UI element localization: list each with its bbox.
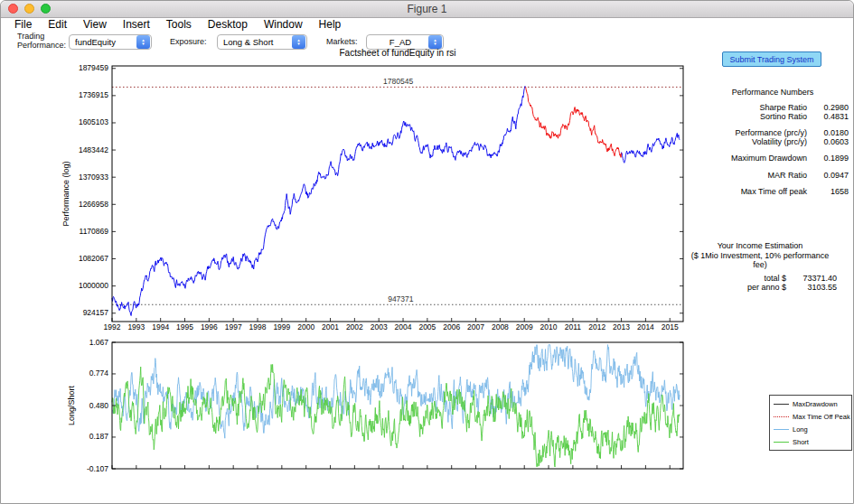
svg-text:947371: 947371	[388, 294, 414, 303]
legend-item-maxdrawdown: MaxDrawdown	[770, 397, 851, 410]
menu-help[interactable]: Help	[311, 18, 350, 31]
svg-text:1879459: 1879459	[79, 63, 108, 72]
svg-text:2000: 2000	[297, 322, 314, 331]
exposure-label: Exposure:	[170, 37, 207, 46]
svg-text:1.067: 1.067	[89, 338, 109, 347]
menu-view[interactable]: View	[75, 18, 115, 31]
svg-text:Long/Short: Long/Short	[67, 385, 76, 425]
performance-rows: Sharpe Ratio0.2980Sortino Ratio0.4831Per…	[697, 104, 849, 197]
income-subheading: ($ 1Mio Investment, 10% performance fee)	[683, 251, 837, 270]
svg-text:2003: 2003	[371, 322, 388, 331]
svg-text:-0.107: -0.107	[87, 464, 108, 473]
menu-tools[interactable]: Tools	[158, 18, 200, 31]
legend-line-sample-icon	[774, 416, 789, 417]
svg-text:1736915: 1736915	[79, 90, 108, 99]
svg-text:2001: 2001	[322, 322, 339, 331]
menu-insert[interactable]: Insert	[115, 18, 158, 31]
svg-text:2005: 2005	[418, 322, 436, 331]
income-heading: Your Income Estimation	[683, 241, 837, 251]
svg-text:0.187: 0.187	[89, 432, 109, 441]
titlebar[interactable]: Figure 1	[1, 1, 853, 18]
income-row: per anno $3103.55	[683, 283, 837, 292]
menubar: FileEditViewInsertToolsDesktopWindowHelp	[1, 18, 853, 31]
legend-item-long: Long	[770, 423, 851, 435]
window-controls	[8, 4, 51, 14]
svg-text:1996: 1996	[201, 322, 218, 331]
performance-chart: 1780545947371924157100000010820671170869…	[51, 55, 701, 337]
svg-text:1995: 1995	[176, 322, 193, 331]
submit-trading-system-button[interactable]: Submit Trading System	[722, 51, 821, 67]
trading-performance-label: Trading Performance:	[17, 32, 66, 50]
close-button[interactable]	[8, 4, 18, 14]
svg-text:2012: 2012	[588, 322, 605, 331]
minimize-button[interactable]	[24, 4, 34, 14]
legend-line-sample-icon	[774, 404, 789, 405]
svg-text:2010: 2010	[540, 322, 558, 331]
menu-window[interactable]: Window	[256, 18, 311, 31]
svg-text:2011: 2011	[565, 322, 582, 331]
markets-label: Markets:	[326, 37, 358, 46]
svg-text:1483442: 1483442	[79, 145, 108, 154]
income-rows: total $73371.40per anno $3103.55	[683, 274, 837, 292]
menu-file[interactable]: File	[6, 18, 40, 31]
svg-text:1000000: 1000000	[79, 281, 108, 290]
chevron-updown-icon: ▲▼	[136, 35, 150, 49]
svg-text:924157: 924157	[83, 308, 109, 317]
svg-text:2009: 2009	[516, 322, 533, 331]
svg-text:1994: 1994	[152, 322, 169, 331]
perf-row: Maximum Drawdown0.1899	[697, 154, 849, 163]
svg-text:1999: 1999	[273, 322, 290, 331]
svg-text:1370933: 1370933	[79, 173, 108, 182]
svg-text:1992: 1992	[104, 322, 121, 331]
svg-text:1170869: 1170869	[80, 227, 109, 236]
svg-text:2015: 2015	[662, 322, 679, 331]
perf-row: Sortino Ratio0.4831	[697, 113, 849, 122]
performance-numbers-panel: Performance Numbers Sharpe Ratio0.2980So…	[697, 88, 849, 197]
perf-row: Volatility (prc/y)0.0603	[697, 138, 849, 147]
fund-select-value: fundEquity	[75, 37, 136, 47]
window-title: Figure 1	[1, 1, 853, 17]
svg-text:2014: 2014	[637, 322, 654, 331]
performance-numbers-heading: Performance Numbers	[697, 88, 849, 97]
svg-text:1997: 1997	[225, 322, 242, 331]
svg-text:2004: 2004	[395, 322, 412, 331]
svg-text:1993: 1993	[127, 322, 145, 331]
legend-item-short: Short	[770, 435, 851, 448]
svg-text:0.774: 0.774	[89, 369, 109, 378]
perf-row: Max Time off peak1658	[697, 188, 849, 197]
svg-text:1605103: 1605103	[79, 117, 108, 126]
svg-text:2008: 2008	[492, 322, 509, 331]
exposure-select-value: Long & Short	[223, 37, 292, 47]
legend-item-max-time-off-peak: Max Time Off Peak	[770, 410, 851, 423]
income-estimation-panel: Your Income Estimation ($ 1Mio Investmen…	[683, 241, 837, 292]
svg-text:2006: 2006	[443, 322, 460, 331]
perf-row: MAR Ratio0.0947	[697, 172, 849, 181]
chevron-updown-icon: ▲▼	[428, 35, 442, 49]
income-row: total $73371.40	[683, 274, 837, 283]
chevron-updown-icon: ▲▼	[292, 35, 305, 49]
svg-text:2007: 2007	[467, 322, 484, 331]
svg-text:1998: 1998	[249, 322, 267, 331]
longshort-chart: -0.1070.1870.4800.7741.067Long/Short	[51, 337, 701, 481]
chart-legend: MaxDrawdownMax Time Off PeakLongShort	[769, 395, 852, 451]
figure-window: Figure 1 FileEditViewInsertToolsDesktopW…	[0, 0, 854, 504]
zoom-button[interactable]	[41, 4, 51, 14]
svg-text:Performance (log): Performance (log)	[61, 161, 70, 226]
menu-edit[interactable]: Edit	[40, 18, 75, 31]
svg-text:0.480: 0.480	[89, 401, 109, 410]
svg-text:2013: 2013	[613, 322, 630, 331]
svg-text:2002: 2002	[346, 322, 363, 331]
svg-text:1780545: 1780545	[383, 77, 413, 86]
menu-desktop[interactable]: Desktop	[200, 18, 256, 31]
svg-text:1082067: 1082067	[79, 254, 108, 263]
legend-line-sample-icon	[774, 429, 789, 430]
svg-text:1266958: 1266958	[79, 200, 108, 209]
legend-line-sample-icon	[774, 442, 789, 443]
markets-select-value: F_AD	[372, 37, 428, 47]
